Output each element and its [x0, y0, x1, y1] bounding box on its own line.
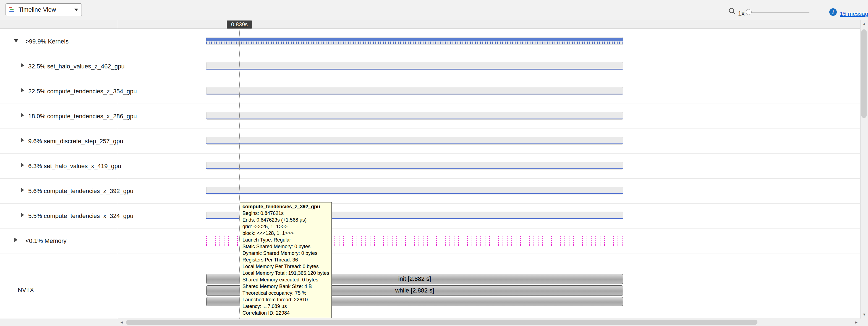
row-separator: [0, 154, 860, 154]
tooltip-line: Theoretical occupancy: 75 %: [242, 290, 329, 296]
zoom-slider-track[interactable]: [748, 12, 809, 13]
horizontal-scrollbar-thumb[interactable]: [126, 320, 757, 325]
chevron-collapsed-icon[interactable]: [21, 63, 24, 67]
nvtx-bar-label: init [2.882 s]: [398, 275, 431, 282]
chevron-down-icon[interactable]: [71, 8, 82, 11]
toolbar: Timeline View 1x i 15 messages: [0, 0, 868, 20]
kernel-tooltip: compute_tendencies_z_392_gpu Begins: 0.8…: [240, 202, 332, 318]
time-cursor-badge[interactable]: 0.839s: [227, 21, 252, 29]
zoom-level-label: 1x: [738, 10, 744, 17]
time-cursor-line: [239, 29, 240, 319]
sidebar-row-label: 32.5% set_halo_values_z_462_gpu: [28, 63, 125, 70]
kernel-activity-line: [206, 93, 623, 94]
scroll-left-arrow[interactable]: ◄: [118, 319, 125, 326]
tooltip-line: block: <<<128, 1, 1>>>: [242, 230, 329, 237]
sidebar-row-label: 22.5% compute_tendencies_z_354_gpu: [28, 88, 137, 95]
sidebar-row-compute-tendencies-x-286[interactable]: 18.0% compute_tendencies_x_286_gpu: [0, 104, 118, 129]
row-separator: [0, 203, 860, 203]
tooltip-line: grid: <<<25, 1, 1>>>: [242, 223, 329, 230]
sidebar-row-nvtx-label: NVTX: [18, 287, 34, 294]
chevron-collapsed-icon[interactable]: [21, 188, 24, 192]
info-icon[interactable]: i: [829, 8, 837, 16]
row-separator: [0, 79, 860, 79]
chevron-collapsed-icon[interactable]: [21, 113, 24, 117]
row-separator: [0, 253, 860, 253]
tooltip-line: Shared Memory Bank Size: 4 B: [242, 283, 329, 290]
tooltip-line: Static Shared Memory: 0 bytes: [242, 243, 329, 250]
chevron-expanded-icon[interactable]: [14, 39, 18, 43]
sidebar-row-label: <0.1% Memory: [25, 237, 67, 245]
tooltip-line: Begins: 0.847621s: [242, 210, 329, 217]
row-separator: [0, 228, 860, 228]
sidebar-row-compute-tendencies-z-354[interactable]: 22.5% compute_tendencies_z_354_gpu: [0, 79, 118, 104]
tooltip-line: Dynamic Shared Memory: 0 bytes: [242, 250, 329, 256]
tooltip-title: compute_tendencies_z_392_gpu: [242, 203, 329, 210]
kernels-activity-bar[interactable]: [206, 38, 623, 41]
sidebar-row-label: 18.0% compute_tendencies_x_286_gpu: [28, 113, 137, 120]
sidebar-row-label: 9.6% semi_discrete_step_257_gpu: [28, 138, 123, 145]
vertical-scrollbar-thumb[interactable]: [861, 29, 867, 118]
kernel-activity-line: [206, 69, 623, 70]
kernel-activity-line: [206, 193, 623, 194]
chevron-collapsed-icon[interactable]: [21, 213, 24, 217]
kernel-activity-line: [206, 118, 623, 119]
tooltip-line: Shared Memory executed: 0 bytes: [242, 276, 329, 283]
tooltip-line: Local Memory Per Thread: 0 bytes: [242, 263, 329, 270]
view-selector-label: Timeline View: [19, 6, 71, 13]
kernel-activity-line: [206, 168, 623, 169]
row-separator: [0, 129, 860, 129]
chevron-collapsed-icon[interactable]: [21, 88, 24, 92]
tooltip-line: Latency: ←7.089 µs: [242, 303, 329, 310]
scroll-up-arrow[interactable]: ▲: [861, 20, 868, 28]
tooltip-line: Correlation ID: 22984: [242, 310, 329, 316]
tooltip-line: Registers Per Thread: 36: [242, 256, 329, 263]
chevron-collapsed-icon[interactable]: [14, 238, 18, 242]
timeline-view-icon: [8, 6, 16, 13]
messages-link[interactable]: 15 messages: [840, 10, 868, 17]
tooltip-line: Launched from thread: 22610: [242, 296, 329, 303]
sidebar-row-compute-tendencies-x-324[interactable]: 5.5% compute_tendencies_x_324_gpu: [0, 203, 118, 228]
sidebar-row-compute-tendencies-z-392[interactable]: 5.6% compute_tendencies_z_392_gpu: [0, 179, 118, 203]
chevron-collapsed-icon[interactable]: [21, 138, 24, 142]
nsight-timeline-window: Timeline View 1x i 15 messages 0s 0.5s 1…: [0, 0, 868, 326]
sidebar-row-set-halo-values-x[interactable]: 6.3% set_halo_values_x_419_gpu: [0, 154, 118, 179]
scroll-right-arrow[interactable]: ►: [852, 319, 860, 326]
scroll-down-arrow[interactable]: ▼: [861, 311, 868, 319]
kernels-activity-ticks: [206, 42, 623, 44]
magnifier-icon: [728, 7, 736, 16]
tooltip-line: Launch Type: Regular: [242, 237, 329, 243]
sidebar-row-set-halo-values-z[interactable]: 32.5% set_halo_values_z_462_gpu: [0, 54, 118, 79]
row-separator: [0, 104, 860, 104]
sidebar-row-memory[interactable]: <0.1% Memory: [0, 228, 118, 253]
panel-divider[interactable]: [118, 20, 118, 319]
tooltip-line: Local Memory Total: 191,365,120 bytes: [242, 270, 329, 276]
kernel-activity-line: [206, 143, 623, 144]
tooltip-line: Ends: 0.847623s (+1.568 µs): [242, 217, 329, 223]
sidebar-row-kernels[interactable]: >99.9% Kernels: [0, 29, 118, 54]
chevron-collapsed-icon[interactable]: [21, 163, 24, 167]
row-separator: [0, 54, 860, 54]
sidebar-row-semi-discrete-step[interactable]: 9.6% semi_discrete_step_257_gpu: [0, 129, 118, 154]
time-ruler[interactable]: 0s 0.5s 1s 1.5s 2s 2.5s 3s 3.5s 4s 4.5s …: [0, 20, 868, 29]
nvtx-bar-label: while [2.882 s]: [395, 287, 434, 294]
zoom-slider-thumb[interactable]: [746, 9, 752, 15]
sidebar-row-label: >99.9% Kernels: [25, 38, 68, 45]
sidebar-row-label: 6.3% set_halo_values_x_419_gpu: [28, 163, 121, 170]
view-selector-dropdown[interactable]: Timeline View: [5, 3, 82, 16]
